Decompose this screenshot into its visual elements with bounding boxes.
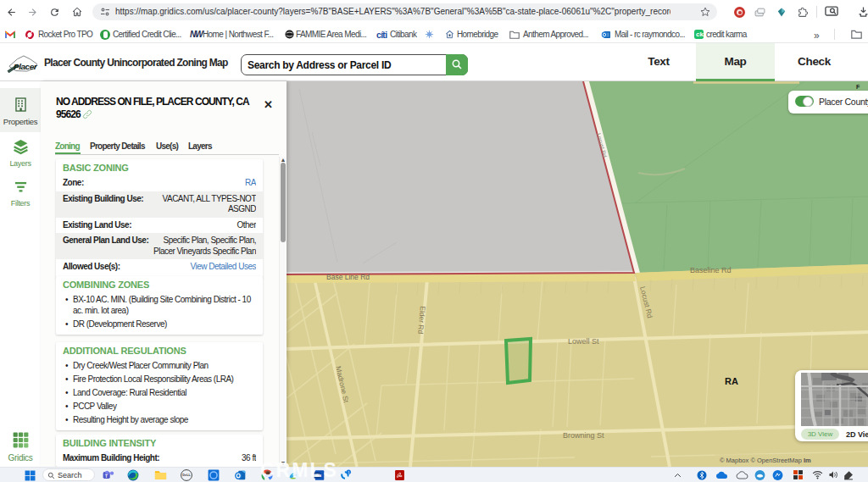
svg-text:DeLL: DeLL xyxy=(182,474,191,477)
svg-text:Placer: Placer xyxy=(14,62,38,71)
svg-text:Lowell St: Lowell St xyxy=(568,337,599,346)
svg-text:Browning St: Browning St xyxy=(563,431,604,440)
svg-text:Baseline Rd: Baseline Rd xyxy=(690,266,732,274)
svg-text:© Mapbox © OpenStreetMap Im: © Mapbox © OpenStreetMap Im xyxy=(720,457,811,464)
svg-text:RA: RA xyxy=(725,376,738,386)
svg-text:Base Line Rd: Base Line Rd xyxy=(326,273,370,281)
svg-text:F: F xyxy=(856,84,860,90)
